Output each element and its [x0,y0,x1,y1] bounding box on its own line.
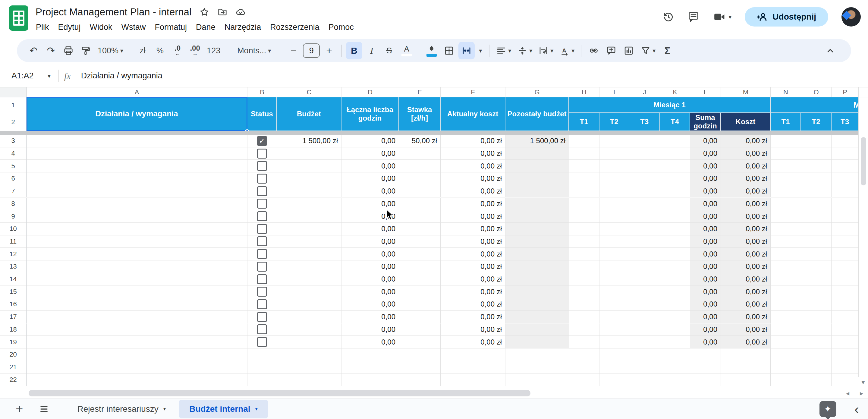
cell-N11[interactable] [771,235,801,248]
cell-P17[interactable] [832,311,859,324]
name-box[interactable]: A1:A2▾ [0,71,51,81]
cell-F14[interactable]: 0,00 zł [441,273,505,286]
select-all-corner[interactable] [0,87,27,97]
cell-E13[interactable] [399,261,441,273]
cell-K14[interactable] [660,273,690,286]
cell-D5[interactable]: 0,00 [341,160,399,173]
cell-F11[interactable]: 0,00 zł [441,235,505,248]
cell-G9[interactable] [505,210,569,223]
cell-G13[interactable] [505,261,569,273]
cell-O20[interactable] [801,349,832,361]
cell-C16[interactable] [277,298,341,311]
cell-P11[interactable] [832,235,859,248]
cell-C7[interactable] [277,185,341,198]
cell-F17[interactable]: 0,00 zł [441,311,505,324]
cell-J10[interactable] [629,223,660,235]
row-header-2[interactable]: 2 [0,113,27,131]
redo-button[interactable]: ↷ [43,42,59,59]
cell-I12[interactable] [599,248,629,261]
cell-K20[interactable] [660,349,690,361]
cell-B11[interactable] [247,235,277,248]
menu-item-7[interactable]: Rozszerzenia [266,21,324,34]
bold-button[interactable]: B [346,42,362,59]
cell-I10[interactable] [599,223,629,235]
cell-N15[interactable] [771,286,801,298]
column-header-M[interactable]: M [721,87,771,97]
cell-E8[interactable] [399,198,441,210]
cell-J13[interactable] [629,261,660,273]
cell-O12[interactable] [801,248,832,261]
cell-B14[interactable] [247,273,277,286]
fill-color-button[interactable] [424,42,440,59]
cell-P14[interactable] [832,273,859,286]
cell-G3[interactable]: 1 500,00 zł [505,135,569,147]
cell-O14[interactable] [801,273,832,286]
cell-F3[interactable]: 0,00 zł [441,135,505,147]
column-header-A[interactable]: A [27,87,247,97]
row-header-3[interactable]: 3 [0,135,27,147]
cell-C12[interactable] [277,248,341,261]
cell-J3[interactable] [629,135,660,147]
cell-M3[interactable]: 0,00 zł [721,135,771,147]
cell-K22[interactable] [660,373,690,386]
row-header-14[interactable]: 14 [0,273,27,286]
cell-J18[interactable] [629,324,660,336]
all-sheets-button[interactable] [39,404,49,414]
document-title[interactable]: Project Management Plan - internal [36,6,191,18]
cell-I15[interactable] [599,286,629,298]
cell-C19[interactable] [277,336,341,349]
vertical-scrollbar-thumb[interactable] [861,137,866,185]
cell-K3[interactable] [660,135,690,147]
cell-B16[interactable] [247,298,277,311]
cell-A18[interactable] [27,324,247,336]
header-cell-D[interactable]: Łączna liczba godzin [341,97,399,131]
cell-N21[interactable] [771,361,801,374]
header-cell-B[interactable]: Status [247,97,277,131]
menu-item-0[interactable]: Plik [31,21,54,34]
cell-G22[interactable] [505,373,569,386]
cell-E12[interactable] [399,248,441,261]
cell-I13[interactable] [599,261,629,273]
cell-C6[interactable] [277,173,341,185]
cell-F4[interactable]: 0,00 zł [441,147,505,160]
cell-N12[interactable] [771,248,801,261]
menu-item-4[interactable]: Formatuj [150,21,192,34]
cell-E22[interactable] [399,373,441,386]
cell-K11[interactable] [660,235,690,248]
cell-N13[interactable] [771,261,801,273]
cell-N6[interactable] [771,173,801,185]
insert-comment-button[interactable] [603,42,619,59]
sheet-tab-1-active[interactable]: Budżet internal▾ [179,400,268,418]
checkbox-unchecked[interactable] [257,337,267,347]
cell-D12[interactable]: 0,00 [341,248,399,261]
cell-M5[interactable]: 0,00 zł [721,160,771,173]
cell-L17[interactable]: 0,00 [690,311,721,324]
move-to-folder-icon[interactable] [217,7,227,17]
row-header-8[interactable]: 8 [0,198,27,210]
cell-E10[interactable] [399,223,441,235]
cell-O4[interactable] [801,147,832,160]
cell-N19[interactable] [771,336,801,349]
header-cell-L-sub[interactable]: Suma godzin [690,113,721,131]
cell-K17[interactable] [660,311,690,324]
cell-N20[interactable] [771,349,801,361]
cell-E7[interactable] [399,185,441,198]
cell-L9[interactable]: 0,00 [690,210,721,223]
explore-gemini-button[interactable]: ✦ [819,401,836,417]
cell-N18[interactable] [771,324,801,336]
cell-B19[interactable] [247,336,277,349]
cell-I21[interactable] [599,361,629,374]
cell-P8[interactable] [832,198,859,210]
cell-O5[interactable] [801,160,832,173]
cell-M17[interactable]: 0,00 zł [721,311,771,324]
text-color-button[interactable]: A [398,42,415,59]
column-header-F[interactable]: F [441,87,505,97]
menu-item-8[interactable]: Pomoc [324,21,358,34]
cell-D9[interactable]: 0,00 [341,210,399,223]
menu-item-1[interactable]: Edytuj [54,21,85,34]
cell-D13[interactable]: 0,00 [341,261,399,273]
header-cell-O-sub[interactable]: T2 [801,113,832,131]
cell-F21[interactable] [441,361,505,374]
cell-K7[interactable] [660,185,690,198]
cell-E9[interactable] [399,210,441,223]
